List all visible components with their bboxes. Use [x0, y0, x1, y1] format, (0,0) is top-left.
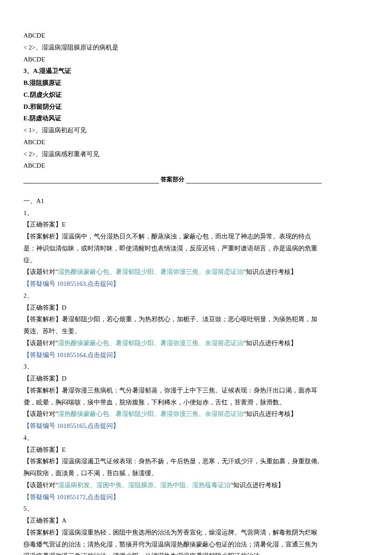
feedback-link[interactable]: 【答疑编号 101855172,点击提问】	[23, 491, 322, 503]
topic-reference: 【该题针对"湿热酿痰蒙蔽心包、暑湿郁阻少阳、暑湿弥漫三焦、余湿留恋证治"知识点进…	[23, 408, 322, 420]
answer-explanation: 【答案解析】湿温病湿重热轻，困阻中焦选用的治法为芳香宣化，燥湿运脾。气营两清，解…	[23, 527, 322, 555]
answer-number: 3、	[23, 361, 322, 373]
q3-option-c: C.阴虚火炽证	[23, 89, 322, 101]
q3-sub2: < 2>、湿温病感邪重者可见	[23, 148, 322, 160]
q3-sub1: < 1>、湿温病初起可见	[23, 125, 322, 137]
answer-explanation: 【答案解析】湿温病中，气分湿热日久不解，酿蒸痰浊，蒙蔽心包，而出现了神志的异常。…	[23, 231, 322, 266]
topic-reference: 【该题针对"湿热酿痰蒙蔽心包、暑湿郁阻少阳、暑湿弥漫三焦、余湿留恋证治"知识点进…	[23, 266, 322, 278]
sub-question-2: < 2>、湿温病湿阻膜原证的病机是	[23, 42, 322, 54]
topic-link: 湿热酿痰蒙蔽心包、暑湿郁阻少阳、暑湿弥漫三焦、余湿留恋证治	[58, 340, 243, 346]
answer-number: 4、	[23, 432, 322, 444]
correct-answer: 【正确答案】D	[23, 373, 322, 385]
topic-link: 湿热酿痰蒙蔽心包、暑湿郁阻少阳、暑湿弥漫三焦、余湿留恋证治	[58, 268, 243, 275]
correct-answer: 【正确答案】D	[23, 302, 322, 314]
topic-reference: 【该题针对"湿热酿痰蒙蔽心包、暑湿郁阻少阳、暑湿弥漫三焦、余湿留恋证治"知识点进…	[23, 337, 322, 349]
feedback-link[interactable]: 【答疑编号 101855165,点击提问】	[23, 420, 322, 432]
correct-answer: 【正确答案】E	[23, 219, 322, 231]
answer-number: 2、	[23, 290, 322, 302]
answer-explanation: 【答案解析】暑湿弥漫三焦病机：气分暑湿郁蒸，弥漫于上中下三焦。证候表现：身热汗出…	[23, 385, 322, 409]
answer-number: 1、	[23, 207, 322, 219]
answer-section-title: 答案部分	[159, 174, 186, 185]
answer-number: 5、	[23, 503, 322, 515]
topic-link: 湿温病初发、湿困中焦、湿阻膜原、湿热中阻、湿热蕴毒证治	[58, 482, 231, 488]
answer-explanation: 【答案解析】暑湿郁阻少阳，若心烦重，为热邪扰心，加栀子、淡豆豉；恶心呕吐明显，为…	[23, 314, 322, 337]
q3-option-a: 3、A.湿遏卫气证	[23, 65, 322, 77]
answer-explanation: 【答案解析】湿温病湿遏卫气证候表现：身热不扬，午后热显，恶寒，无汗或少汗，头重如…	[23, 456, 322, 479]
correct-answer: 【正确答案】E	[23, 444, 322, 456]
topic-reference: 【该题针对"湿温病初发、湿困中焦、湿阻膜原、湿热中阻、湿热蕴毒证治"知识点进行考…	[23, 479, 322, 491]
topic-link: 湿热酿痰蒙蔽心包、暑湿郁阻少阳、暑湿弥漫三焦、余湿留恋证治	[58, 410, 243, 417]
section-a1: 一、A1	[23, 195, 322, 207]
feedback-link[interactable]: 【答疑编号 101855163,点击提问】	[23, 278, 322, 290]
choices-abcde: ABCDE	[23, 137, 322, 148]
feedback-link[interactable]: 【答疑编号 101855164,点击提问】	[23, 349, 322, 361]
choices-abcde: ABCDE	[23, 160, 322, 172]
q3-option-b: B.湿阻膜原证	[23, 77, 322, 89]
choices-abcde: ABCDE	[23, 54, 322, 66]
q3-option-e: E.阴虚动风证	[23, 113, 322, 125]
q3-option-d: D.邪留阴分证	[23, 101, 322, 113]
correct-answer: 【正确答案】A	[23, 515, 322, 527]
choices-abcde: ABCDE	[23, 30, 322, 42]
answer-section-divider: 答案部分	[23, 174, 322, 186]
